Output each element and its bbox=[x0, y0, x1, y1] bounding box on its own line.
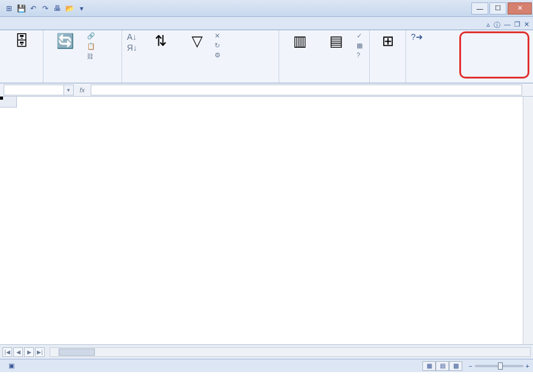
link-icon: 🔗 bbox=[87, 32, 95, 40]
whatif-button[interactable]: ? bbox=[355, 51, 364, 59]
filter-button[interactable]: ▽ bbox=[183, 31, 211, 51]
data-validation-button[interactable]: ✓ bbox=[355, 31, 364, 40]
formula-input[interactable] bbox=[91, 85, 522, 95]
duplicates-icon: ▤ bbox=[326, 31, 346, 51]
titlebar: ⊞ 💾 ↶ ↷ 🖶 📂 ▾ — ☐ ✕ bbox=[0, 0, 533, 17]
select-all-corner[interactable] bbox=[0, 97, 17, 108]
ribbon-tabs: ▵ ⓘ — ❐ ✕ bbox=[0, 17, 533, 30]
normal-view-button[interactable]: ▦ bbox=[422, 361, 436, 371]
excel-icon[interactable]: ⊞ bbox=[4, 3, 15, 14]
help-icon[interactable]: ⓘ bbox=[494, 21, 500, 30]
worksheet-grid[interactable] bbox=[0, 97, 533, 344]
ribbon-group-sort-filter: A↓ Я↓ ⇅ ▽ ✕ ↻ ⚙ bbox=[122, 30, 279, 83]
reapply-filter-button[interactable]: ↻ bbox=[213, 41, 224, 50]
remove-duplicates-button[interactable]: ▤ bbox=[319, 31, 353, 51]
text-to-columns-button[interactable]: ▥ bbox=[283, 31, 317, 51]
consolidate-button[interactable]: ▦ bbox=[355, 41, 364, 50]
zoom-in-button[interactable]: + bbox=[526, 362, 529, 370]
macro-record-icon[interactable]: ▣ bbox=[8, 362, 15, 370]
page-layout-view-button[interactable]: ▤ bbox=[436, 361, 449, 371]
sort-button[interactable]: ⇅ bbox=[141, 31, 181, 51]
status-bar: ▣ ▦ ▤ ▩ − + bbox=[0, 359, 533, 372]
sheet-tab-bar: |◀ ◀ ▶ ▶| bbox=[0, 344, 533, 359]
ribbon-group-external-data: 🗄 bbox=[0, 30, 44, 83]
open-icon[interactable]: 📂 bbox=[64, 3, 75, 14]
quick-access-toolbar: ⊞ 💾 ↶ ↷ 🖶 📂 ▾ bbox=[0, 3, 87, 14]
clear-icon: ✕ bbox=[215, 32, 220, 39]
properties-button[interactable]: 📋 bbox=[86, 42, 96, 51]
qat-dropdown-icon[interactable]: ▾ bbox=[76, 3, 87, 14]
sheet-nav-next[interactable]: ▶ bbox=[24, 347, 34, 357]
columns-icon: ▥ bbox=[290, 31, 309, 51]
properties-icon: 📋 bbox=[87, 42, 95, 50]
solver-icon: ?➜ bbox=[411, 32, 423, 42]
sort-asc-button[interactable]: A↓ bbox=[126, 31, 138, 42]
connections-button[interactable]: 🔗 bbox=[86, 31, 96, 40]
ribbon-group-analysis: ?➜ bbox=[406, 30, 479, 83]
sort-icon: ⇅ bbox=[151, 31, 170, 51]
vertical-scrollbar[interactable] bbox=[523, 97, 533, 344]
zoom-thumb[interactable] bbox=[498, 362, 503, 370]
minimize-button[interactable]: — bbox=[471, 2, 488, 14]
outline-icon: ⊞ bbox=[378, 31, 398, 51]
refresh-icon: 🔄 bbox=[56, 31, 75, 51]
zoom-slider[interactable] bbox=[475, 365, 523, 367]
page-break-view-button[interactable]: ▩ bbox=[449, 361, 462, 371]
ribbon-group-outline: ⊞ bbox=[370, 30, 406, 83]
ribbon-minimize-icon[interactable]: ▵ bbox=[486, 21, 490, 30]
zoom-out-button[interactable]: − bbox=[468, 362, 472, 370]
mdi-minimize-icon[interactable]: — bbox=[504, 21, 511, 30]
window-controls: — ☐ ✕ bbox=[471, 2, 533, 14]
redo-icon[interactable]: ↷ bbox=[40, 3, 51, 14]
validation-icon: ✓ bbox=[357, 32, 362, 39]
sheet-nav-first[interactable]: |◀ bbox=[2, 347, 12, 357]
ribbon-group-connections: 🔄 🔗 📋 ⛓ bbox=[44, 30, 122, 83]
name-box-dropdown[interactable]: ▾ bbox=[64, 85, 74, 95]
name-box[interactable] bbox=[4, 85, 64, 95]
mdi-close-icon[interactable]: ✕ bbox=[524, 21, 529, 30]
advanced-filter-button[interactable]: ⚙ bbox=[213, 51, 224, 59]
maximize-button[interactable]: ☐ bbox=[489, 2, 506, 14]
ribbon-group-data-tools: ▥ ▤ ✓ ▦ ? bbox=[279, 30, 370, 83]
print-icon[interactable]: 🖶 bbox=[52, 3, 63, 14]
advanced-icon: ⚙ bbox=[215, 51, 221, 59]
horizontal-scrollbar[interactable] bbox=[50, 347, 531, 357]
undo-icon[interactable]: ↶ bbox=[28, 3, 39, 14]
zoom-control: − + bbox=[466, 362, 529, 370]
whatif-icon: ? bbox=[357, 51, 360, 59]
database-icon: 🗄 bbox=[12, 31, 31, 51]
sheet-nav-prev[interactable]: ◀ bbox=[13, 347, 23, 357]
edit-links-button[interactable]: ⛓ bbox=[86, 52, 96, 60]
close-button[interactable]: ✕ bbox=[508, 2, 532, 14]
mdi-restore-icon[interactable]: ❐ bbox=[514, 21, 520, 30]
ribbon-help-controls: ▵ ⓘ — ❐ ✕ bbox=[486, 21, 533, 30]
sheet-nav-last[interactable]: ▶| bbox=[35, 347, 45, 357]
formula-bar: ▾ fx bbox=[0, 83, 533, 97]
refresh-all-button[interactable]: 🔄 bbox=[47, 31, 83, 51]
save-icon[interactable]: 💾 bbox=[16, 3, 27, 14]
ribbon: 🗄 🔄 🔗 📋 ⛓ A↓ Я↓ ⇅ bbox=[0, 30, 533, 83]
fx-icon[interactable]: fx bbox=[74, 86, 91, 94]
reapply-icon: ↻ bbox=[215, 42, 220, 49]
solver-button[interactable]: ?➜ bbox=[410, 31, 426, 42]
clear-filter-button[interactable]: ✕ bbox=[213, 31, 224, 40]
hscroll-thumb[interactable] bbox=[59, 349, 95, 356]
sort-desc-button[interactable]: Я↓ bbox=[126, 42, 138, 53]
get-external-data-button[interactable]: 🗄 bbox=[4, 31, 39, 51]
outline-button[interactable]: ⊞ bbox=[373, 31, 402, 51]
consolidate-icon: ▦ bbox=[357, 42, 363, 49]
chain-icon: ⛓ bbox=[87, 53, 94, 60]
funnel-icon: ▽ bbox=[187, 31, 207, 51]
